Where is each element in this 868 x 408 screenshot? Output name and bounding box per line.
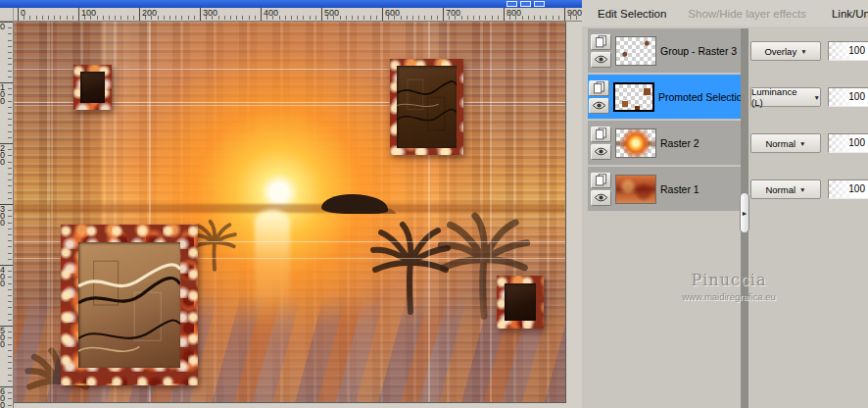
image-window-titlebar[interactable]	[0, 0, 582, 8]
layer-thumbnail[interactable]	[613, 82, 654, 112]
blend-mode-dropdown[interactable]: Luminance (L) ▼	[750, 87, 821, 107]
watermark: Pinuccia www.maidiregrafica.eu	[611, 271, 846, 302]
ruler-tick-label: 500	[321, 8, 339, 21]
palette-splitter[interactable]: ►	[741, 28, 748, 408]
picture-frame-large	[61, 225, 198, 385]
ruler-tick-label: 5 0 0	[0, 326, 13, 348]
layer-pages-icon[interactable]	[591, 127, 611, 142]
ruler-tick-label: 100	[78, 8, 96, 21]
light-streak	[490, 22, 492, 402]
layer-name: Raster 2	[660, 137, 699, 149]
layer-row[interactable]: Promoted Selection	[588, 75, 741, 120]
ruler-tick-label: 0	[0, 22, 13, 30]
watermark-site: www.maidiregrafica.eu	[611, 291, 846, 302]
ruler-tick-label: 700	[443, 8, 460, 21]
toolbar-item[interactable]: Edit Selection	[598, 8, 666, 20]
blend-mode-dropdown[interactable]: Overlay ▼	[750, 41, 821, 61]
opacity-field[interactable]: 100	[828, 133, 868, 153]
layer-pages-icon[interactable]	[591, 173, 611, 188]
toolbar-item[interactable]: Link/Unlink	[832, 8, 868, 20]
chevron-down-icon: ▼	[799, 186, 805, 193]
layer-thumbnail[interactable]	[615, 36, 656, 66]
island-silhouette	[321, 194, 388, 214]
layer-name: Group - Raster 3	[660, 45, 737, 57]
blend-mode-dropdown[interactable]: Normal ▼	[750, 179, 821, 199]
ruler-tick-label: 0	[18, 8, 25, 21]
layer-thumbnail[interactable]	[615, 175, 656, 204]
layer-name: Promoted Selection	[658, 91, 741, 103]
ruler-tick-label: 900	[564, 8, 582, 21]
opacity-field[interactable]: 100	[828, 87, 868, 107]
window-close-button[interactable]	[534, 1, 545, 7]
watermark-name: Pinuccia	[611, 271, 846, 289]
toolbar-item: Show/Hide layer effects	[688, 8, 806, 20]
eye-icon[interactable]	[591, 190, 611, 206]
ruler-tick-label: 400	[261, 8, 278, 21]
layer-row[interactable]: Raster 2	[588, 121, 741, 166]
eye-icon[interactable]	[591, 144, 611, 160]
layer-name: Raster 1	[660, 183, 699, 195]
splitter-handle-icon[interactable]: ►	[740, 192, 749, 233]
light-streak	[51, 22, 53, 402]
layer-row[interactable]: Raster 1	[588, 167, 741, 212]
ruler-tick-label: 200	[139, 8, 157, 21]
picture-frame-small-bottom-right	[497, 276, 544, 329]
ruler-horizontal[interactable]: 0100200300400500600700800900	[14, 8, 582, 22]
chevron-down-icon: ▼	[800, 48, 806, 55]
ruler-tick-label: 6 0 0	[0, 386, 13, 408]
chevron-down-icon: ▼	[799, 140, 805, 147]
eye-icon[interactable]	[591, 52, 611, 68]
chevron-down-icon: ▼	[814, 94, 820, 101]
ruler-tick-label: 1 0 0	[0, 82, 13, 105]
layer-list: Group - Raster 3 Promoted Selection	[588, 28, 741, 213]
ruler-vertical[interactable]: 01 0 02 0 03 0 04 0 05 0 06 0 0	[0, 22, 14, 408]
opacity-field[interactable]: 100	[828, 41, 868, 61]
picture-frame-small-top-left	[73, 65, 112, 110]
window-restore-button[interactable]	[520, 1, 531, 7]
ruler-tick-label: 300	[200, 8, 217, 21]
opacity-field[interactable]: 100	[828, 179, 868, 199]
blend-mode-dropdown[interactable]: Normal ▼	[750, 133, 821, 153]
canvas-artwork[interactable]	[14, 22, 566, 403]
layers-toolbar: Edit SelectionShow/Hide layer effectsLin…	[582, 0, 868, 26]
ruler-corner	[0, 8, 14, 22]
layer-pages-icon[interactable]	[591, 34, 611, 50]
eye-icon[interactable]	[589, 98, 609, 114]
layer-thumbnail[interactable]	[615, 128, 656, 158]
ruler-tick-label: 3 0 0	[0, 204, 13, 227]
ruler-tick-label: 600	[382, 8, 400, 21]
ruler-tick-label: 4 0 0	[0, 265, 13, 287]
layers-palette: Edit SelectionShow/Hide layer effectsLin…	[582, 0, 868, 408]
layer-pages-icon[interactable]	[589, 80, 609, 96]
window-minimize-button[interactable]	[506, 1, 517, 7]
layer-row[interactable]: Group - Raster 3	[588, 28, 741, 74]
picture-frame-top-right	[390, 59, 463, 155]
ruler-tick-label: 800	[504, 8, 521, 21]
ruler-tick-label: 2 0 0	[0, 143, 13, 166]
